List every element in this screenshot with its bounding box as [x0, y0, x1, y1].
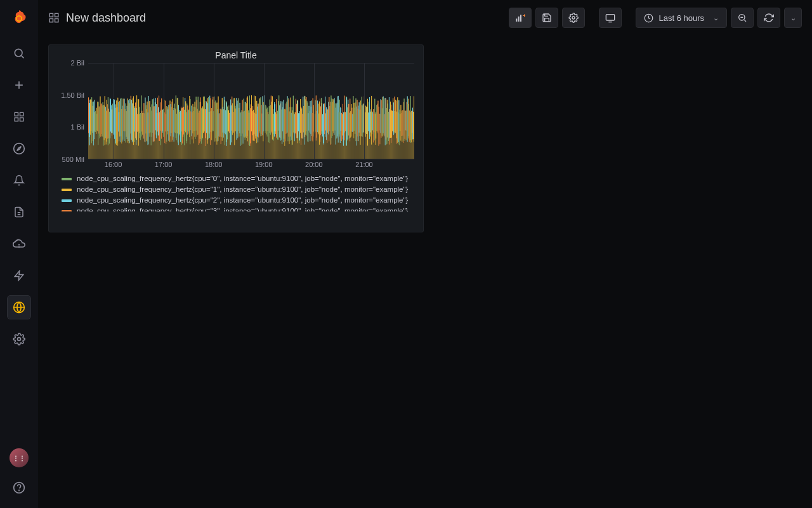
help-icon[interactable]: [8, 476, 30, 499]
legend-item[interactable]: node_cpu_scaling_frequency_hertz{cpu="2"…: [62, 195, 416, 206]
svg-rect-896: [369, 102, 369, 131]
legend-item[interactable]: node_cpu_scaling_frequency_hertz{cpu="1"…: [62, 184, 416, 195]
svg-rect-76: [102, 104, 102, 134]
svg-rect-702: [305, 99, 306, 135]
svg-rect-476: [232, 97, 232, 131]
svg-rect-432: [218, 109, 218, 142]
legend-swatch: [62, 189, 72, 191]
svg-rect-692: [302, 114, 303, 138]
y-tick-label: 1 Bil: [71, 123, 84, 131]
svg-rect-638: [284, 109, 285, 146]
add-panel-button[interactable]: +: [509, 8, 532, 28]
svg-rect-330: [184, 110, 185, 145]
tv-mode-button[interactable]: [599, 8, 622, 28]
svg-rect-744: [319, 102, 320, 145]
svg-rect-202: [142, 113, 143, 135]
svg-rect-230: [152, 104, 152, 137]
svg-rect-362: [195, 102, 195, 137]
save-button[interactable]: [535, 8, 558, 28]
svg-rect-754: [322, 114, 323, 137]
legend-item[interactable]: node_cpu_scaling_frequency_hertz{cpu="0"…: [62, 173, 416, 184]
svg-rect-540: [252, 106, 253, 135]
svg-rect-848: [353, 96, 353, 131]
refresh-button[interactable]: [757, 8, 780, 28]
svg-rect-792: [335, 103, 336, 130]
svg-rect-284: [169, 105, 169, 142]
svg-rect-220: [148, 96, 149, 144]
dashboards-icon[interactable]: [8, 105, 30, 128]
svg-rect-944: [384, 114, 385, 137]
svg-rect-82: [103, 105, 104, 145]
svg-rect-84: [104, 105, 105, 140]
bolt-icon[interactable]: [8, 264, 30, 287]
svg-rect-166: [131, 96, 131, 140]
svg-rect-902: [370, 112, 371, 137]
grafana-logo[interactable]: [8, 6, 30, 29]
x-tick-label: 16:00: [105, 161, 122, 168]
svg-rect-354: [192, 112, 192, 140]
time-range-button[interactable]: Last 6 hours ⌄: [636, 8, 727, 28]
globe-icon[interactable]: [8, 296, 30, 319]
svg-rect-280: [167, 109, 168, 131]
svg-rect-856: [355, 98, 356, 141]
svg-rect-784: [332, 102, 332, 136]
explore-icon[interactable]: [8, 137, 30, 160]
svg-rect-822: [344, 96, 345, 140]
svg-rect-838: [350, 98, 350, 141]
svg-rect-446: [222, 98, 223, 141]
panel-title[interactable]: Panel Title: [49, 45, 423, 63]
document-icon[interactable]: [8, 201, 30, 224]
page-title[interactable]: New dashboard: [66, 11, 146, 25]
home-dashboards-icon[interactable]: [48, 12, 60, 23]
svg-rect-598: [272, 102, 272, 131]
settings-button[interactable]: [562, 8, 585, 28]
svg-rect-830: [347, 107, 348, 140]
zoom-out-button[interactable]: [731, 8, 754, 28]
svg-rect-1022: [410, 112, 410, 140]
svg-rect-466: [228, 110, 229, 131]
svg-rect-636: [284, 109, 284, 138]
svg-rect-776: [329, 106, 330, 131]
svg-rect-224: [150, 101, 150, 137]
svg-rect-474: [231, 105, 232, 142]
svg-rect-436: [219, 113, 219, 136]
svg-rect-766: [326, 107, 327, 140]
svg-rect-372: [198, 97, 199, 135]
refresh-interval-button[interactable]: ⌄: [784, 8, 802, 28]
svg-rect-500: [239, 103, 240, 133]
svg-rect-760: [324, 104, 325, 134]
svg-rect-662: [292, 110, 293, 145]
plus-icon[interactable]: [8, 74, 30, 97]
legend-item[interactable]: node_cpu_scaling_frequency_hertz{cpu="3"…: [62, 206, 416, 211]
panel[interactable]: Panel Title 2 Bil1.50 Bil1 Bil500 Mil 16…: [48, 44, 424, 232]
bell-icon[interactable]: [8, 169, 30, 192]
svg-rect-138: [121, 109, 122, 144]
svg-rect-522: [247, 98, 247, 137]
svg-rect-25: [518, 17, 520, 22]
svg-rect-968: [392, 111, 393, 131]
svg-rect-924: [377, 101, 378, 133]
plot-area: [88, 63, 414, 159]
svg-rect-532: [250, 108, 251, 143]
svg-rect-630: [282, 102, 282, 144]
svg-rect-384: [202, 107, 202, 140]
search-icon[interactable]: [8, 42, 30, 65]
avatar[interactable]: ⋮⋮: [10, 448, 29, 467]
svg-rect-984: [397, 97, 398, 143]
svg-rect-996: [401, 113, 402, 136]
svg-rect-578: [265, 105, 266, 133]
svg-rect-970: [393, 98, 393, 133]
svg-line-2: [22, 56, 24, 58]
svg-rect-342: [188, 110, 188, 134]
svg-rect-922: [377, 104, 377, 132]
gear-icon[interactable]: [8, 328, 30, 351]
svg-rect-710: [308, 113, 308, 142]
svg-rect-350: [190, 111, 191, 130]
svg-rect-270: [164, 112, 165, 143]
svg-rect-388: [203, 97, 204, 133]
svg-rect-622: [279, 105, 280, 138]
cloud-alert-icon[interactable]: [8, 232, 30, 255]
svg-rect-974: [394, 97, 395, 132]
svg-rect-780: [331, 95, 331, 144]
svg-rect-812: [341, 113, 342, 141]
